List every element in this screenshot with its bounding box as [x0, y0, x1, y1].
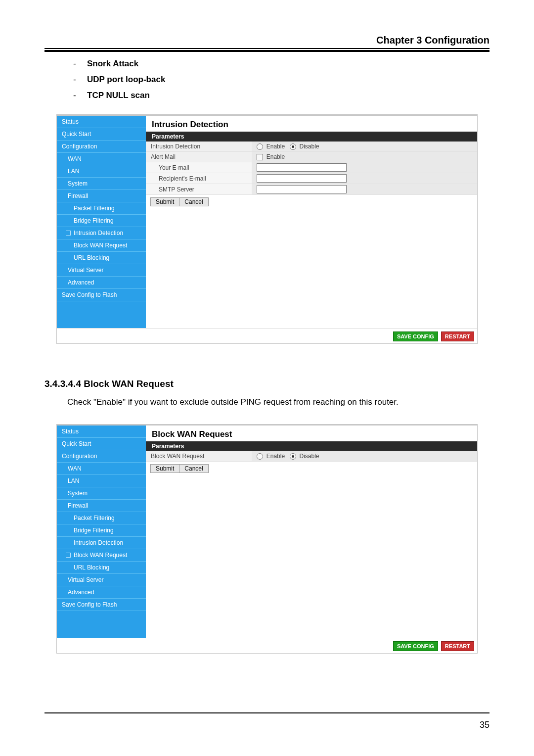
nav-quick-start[interactable]: Quick Start: [57, 128, 146, 140]
footer-rule: [44, 712, 490, 713]
nav-intrusion-detection[interactable]: Intrusion Detection: [57, 227, 146, 239]
row-label-alert-mail: Alert Mail: [146, 152, 252, 162]
nav-firewall[interactable]: Firewall: [57, 499, 146, 512]
radio-enable-label: Enable: [267, 453, 285, 460]
bullet-item: -Snork Attack: [69, 59, 490, 69]
radio-enable-label: Enable: [267, 143, 285, 150]
row-label-smtp-server: SMTP Server: [146, 184, 252, 195]
row-label-your-email: Your E-mail: [146, 162, 252, 173]
nav-bridge-filtering[interactable]: Bridge Filtering: [57, 214, 146, 227]
nav-block-wan-request[interactable]: Block WAN Request: [57, 239, 146, 251]
nav-bridge-filtering[interactable]: Bridge Filtering: [57, 524, 146, 536]
nav-advanced[interactable]: Advanced: [57, 586, 146, 598]
input-your-email[interactable]: [257, 163, 347, 172]
nav-intrusion-detection-2[interactable]: Intrusion Detection: [57, 536, 146, 549]
radio-enable[interactable]: [257, 143, 263, 150]
nav-status[interactable]: Status: [57, 425, 146, 437]
bullet-list: -Snork Attack -UDP port loop-back -TCP N…: [69, 59, 490, 100]
page-number: 35: [480, 720, 490, 730]
bullet-item: -UDP port loop-back: [69, 75, 490, 85]
section-heading: 3.4.3.4.4 Block WAN Request: [44, 378, 490, 389]
nav-url-blocking[interactable]: URL Blocking: [57, 251, 146, 264]
nav-virtual-server[interactable]: Virtual Server: [57, 573, 146, 586]
sidebar-spacer: [57, 611, 146, 638]
save-config-button[interactable]: SAVE CONFIG: [393, 331, 438, 341]
radio-disable-label: Disable: [299, 143, 319, 150]
nav-save-config-to-flash[interactable]: Save Config to Flash: [57, 598, 146, 611]
nav-system[interactable]: System: [57, 177, 146, 189]
page-title: Block WAN Request: [152, 429, 477, 439]
cancel-button[interactable]: Cancel: [179, 197, 208, 206]
bullet-item: -TCP NULL scan: [69, 91, 490, 100]
checkbox-alert-mail[interactable]: [257, 154, 263, 160]
nav-wan[interactable]: WAN: [57, 462, 146, 474]
submit-button[interactable]: Submit: [150, 197, 179, 206]
nav-system[interactable]: System: [57, 487, 146, 499]
nav-packet-filtering[interactable]: Packet Filtering: [57, 202, 146, 214]
cancel-button[interactable]: Cancel: [179, 464, 208, 473]
save-config-button[interactable]: SAVE CONFIG: [393, 641, 438, 651]
radio-enable[interactable]: [257, 453, 263, 460]
input-smtp-server[interactable]: [257, 185, 347, 193]
footer-bar: SAVE CONFIG RESTART: [57, 328, 477, 343]
nav-virtual-server[interactable]: Virtual Server: [57, 264, 146, 276]
parameters-table: Intrusion Detection Enable Disable Alert…: [146, 142, 477, 195]
page-title: Intrusion Detection: [152, 120, 477, 130]
row-label-recipient-email: Recipient's E-mail: [146, 173, 252, 184]
nav-configuration[interactable]: Configuration: [57, 140, 146, 152]
screenshot-block-wan-request: Status Quick Start Configuration WAN LAN…: [56, 424, 478, 654]
chapter-header: Chapter 3 Configuration: [44, 35, 490, 49]
parameters-table: Block WAN Request Enable Disable: [146, 451, 477, 462]
sidebar-spacer: [57, 301, 146, 328]
nav-status[interactable]: Status: [57, 116, 146, 128]
radio-disable[interactable]: [290, 143, 296, 150]
input-recipient-email[interactable]: [257, 174, 347, 183]
nav-advanced[interactable]: Advanced: [57, 276, 146, 288]
radio-disable-label: Disable: [299, 453, 319, 460]
parameters-heading: Parameters: [146, 441, 477, 451]
nav-packet-filtering[interactable]: Packet Filtering: [57, 512, 146, 524]
section-text: Check "Enable" if you want to exclude ou…: [67, 397, 490, 407]
row-label-intrusion-detection: Intrusion Detection: [146, 142, 252, 152]
nav-url-blocking[interactable]: URL Blocking: [57, 561, 146, 573]
nav-lan[interactable]: LAN: [57, 165, 146, 177]
nav-save-config-to-flash[interactable]: Save Config to Flash: [57, 288, 146, 301]
radio-disable[interactable]: [290, 453, 296, 460]
nav-block-wan-request[interactable]: Block WAN Request: [57, 549, 146, 561]
restart-button[interactable]: RESTART: [441, 641, 474, 651]
screenshot-intrusion-detection: Status Quick Start Configuration WAN LAN…: [56, 114, 478, 344]
restart-button[interactable]: RESTART: [441, 331, 474, 341]
parameters-heading: Parameters: [146, 132, 477, 142]
row-label-block-wan-request: Block WAN Request: [146, 451, 252, 462]
checkbox-alert-mail-label: Enable: [267, 153, 285, 160]
nav-wan[interactable]: WAN: [57, 152, 146, 165]
submit-button[interactable]: Submit: [150, 464, 179, 473]
nav-configuration[interactable]: Configuration: [57, 450, 146, 462]
content-area: Block WAN Request Parameters Block WAN R…: [146, 425, 477, 638]
nav-firewall[interactable]: Firewall: [57, 189, 146, 202]
content-area: Intrusion Detection Parameters Intrusion…: [146, 116, 477, 328]
page: Chapter 3 Configuration -Snork Attack -U…: [0, 0, 534, 756]
sidebar: Status Quick Start Configuration WAN LAN…: [57, 425, 146, 638]
footer-bar: SAVE CONFIG RESTART: [57, 638, 477, 653]
nav-quick-start[interactable]: Quick Start: [57, 437, 146, 450]
chapter-rule: [44, 50, 490, 52]
nav-lan[interactable]: LAN: [57, 474, 146, 487]
sidebar: Status Quick Start Configuration WAN LAN…: [57, 116, 146, 328]
